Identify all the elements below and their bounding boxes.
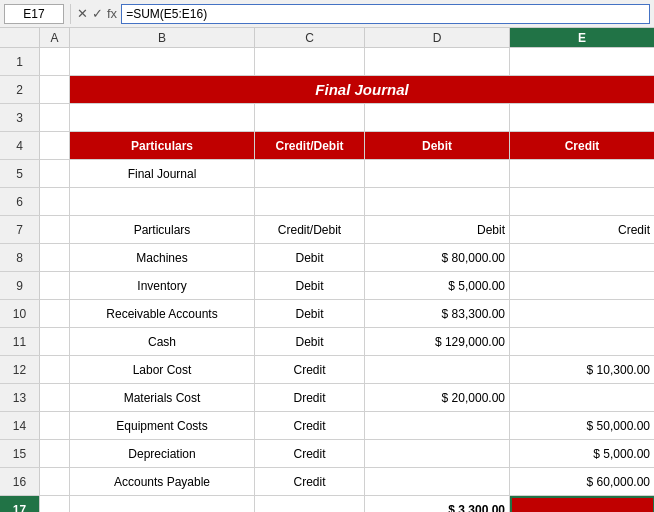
cell-e10[interactable] (510, 300, 654, 327)
cell-a9[interactable] (40, 272, 70, 299)
cell-c14[interactable]: Credit (255, 412, 365, 439)
formula-divider (70, 4, 71, 24)
cell-d17-total[interactable]: $ 3,300.00 (365, 496, 510, 512)
fx-icon[interactable]: fx (107, 6, 117, 21)
cell-a13[interactable] (40, 384, 70, 411)
cell-c8[interactable]: Debit (255, 244, 365, 271)
cell-d6[interactable] (365, 188, 510, 215)
col-header-e[interactable]: E (510, 28, 654, 47)
formula-input[interactable]: =SUM(E5:E16) (121, 4, 650, 24)
cell-b6[interactable] (70, 188, 255, 215)
cell-c9[interactable]: Debit (255, 272, 365, 299)
row-number: 7 (0, 216, 40, 243)
cell-e15[interactable]: $ 5,000.00 (510, 440, 654, 467)
table-row: 11 Cash Debit $ 129,000.00 (0, 328, 654, 356)
cell-reference-box[interactable]: E17 (4, 4, 64, 24)
cell-a8[interactable] (40, 244, 70, 271)
cell-a6[interactable] (40, 188, 70, 215)
cell-a12[interactable] (40, 356, 70, 383)
cell-a4[interactable] (40, 132, 70, 159)
row-number: 15 (0, 440, 40, 467)
cell-d13[interactable]: $ 20,000.00 (365, 384, 510, 411)
col-header-b[interactable]: B (70, 28, 255, 47)
cell-e1[interactable] (510, 48, 654, 75)
cell-c3[interactable] (255, 104, 365, 131)
cell-d5[interactable] (365, 160, 510, 187)
cell-b7[interactable]: Particulars (70, 216, 255, 243)
col-header-a[interactable]: A (40, 28, 70, 47)
cell-d12[interactable] (365, 356, 510, 383)
cell-c1[interactable] (255, 48, 365, 75)
cell-e7[interactable]: Credit (510, 216, 654, 243)
cancel-icon[interactable]: ✕ (77, 6, 88, 21)
cell-a17[interactable] (40, 496, 70, 512)
cell-a16[interactable] (40, 468, 70, 495)
cell-d10[interactable]: $ 83,300.00 (365, 300, 510, 327)
row-number: 2 (0, 76, 40, 103)
cell-a14[interactable] (40, 412, 70, 439)
col-header-c[interactable]: C (255, 28, 365, 47)
cell-b11[interactable]: Cash (70, 328, 255, 355)
table-row: 8 Machines Debit $ 80,000.00 (0, 244, 654, 272)
cell-e14[interactable]: $ 50,000.00 (510, 412, 654, 439)
row-number: 10 (0, 300, 40, 327)
cell-a7[interactable] (40, 216, 70, 243)
cell-b3[interactable] (70, 104, 255, 131)
cell-b10[interactable]: Receivable Accounts (70, 300, 255, 327)
cell-b17[interactable] (70, 496, 255, 512)
cell-a10[interactable] (40, 300, 70, 327)
cell-d11[interactable]: $ 129,000.00 (365, 328, 510, 355)
cell-c12[interactable]: Credit (255, 356, 365, 383)
cell-d7[interactable]: Debit (365, 216, 510, 243)
cell-d3[interactable] (365, 104, 510, 131)
cell-e8[interactable] (510, 244, 654, 271)
confirm-icon[interactable]: ✓ (92, 6, 103, 21)
col-header-d[interactable]: D (365, 28, 510, 47)
cell-b1[interactable] (70, 48, 255, 75)
cell-b15[interactable]: Depreciation (70, 440, 255, 467)
cell-c6[interactable] (255, 188, 365, 215)
cell-e17-total[interactable] (510, 496, 654, 512)
cell-e3[interactable] (510, 104, 654, 131)
cell-d9[interactable]: $ 5,000.00 (365, 272, 510, 299)
cell-c15[interactable]: Credit (255, 440, 365, 467)
cell-e13[interactable] (510, 384, 654, 411)
cell-e11[interactable] (510, 328, 654, 355)
cell-b12[interactable]: Labor Cost (70, 356, 255, 383)
cell-c13[interactable]: Dredit (255, 384, 365, 411)
cell-c16[interactable]: Credit (255, 468, 365, 495)
table-row: 12 Labor Cost Credit $ 10,300.00 (0, 356, 654, 384)
cell-a5[interactable] (40, 160, 70, 187)
cell-b16[interactable]: Accounts Payable (70, 468, 255, 495)
cell-e9[interactable] (510, 272, 654, 299)
cell-e5[interactable] (510, 160, 654, 187)
cell-c17[interactable] (255, 496, 365, 512)
cell-d15[interactable] (365, 440, 510, 467)
cell-b13[interactable]: Materials Cost (70, 384, 255, 411)
title-cell[interactable]: Final Journal (70, 76, 654, 103)
cell-d14[interactable] (365, 412, 510, 439)
cell-c11[interactable]: Debit (255, 328, 365, 355)
cell-a3[interactable] (40, 104, 70, 131)
cell-a11[interactable] (40, 328, 70, 355)
cell-particulars-header: Particulars (70, 132, 255, 159)
table-row: 3 (0, 104, 654, 132)
cell-b5[interactable]: Final Journal (70, 160, 255, 187)
cell-d1[interactable] (365, 48, 510, 75)
cell-a1[interactable] (40, 48, 70, 75)
cell-e6[interactable] (510, 188, 654, 215)
cell-c10[interactable]: Debit (255, 300, 365, 327)
cell-d8[interactable]: $ 80,000.00 (365, 244, 510, 271)
cell-b8[interactable]: Machines (70, 244, 255, 271)
table-row: 5 Final Journal (0, 160, 654, 188)
cell-d16[interactable] (365, 468, 510, 495)
cell-b14[interactable]: Equipment Costs (70, 412, 255, 439)
cell-a2[interactable] (40, 76, 70, 103)
cell-e12[interactable]: $ 10,300.00 (510, 356, 654, 383)
cell-c7[interactable]: Credit/Debit (255, 216, 365, 243)
cell-b9[interactable]: Inventory (70, 272, 255, 299)
cell-c5[interactable] (255, 160, 365, 187)
cell-a15[interactable] (40, 440, 70, 467)
table-row: 4 Particulars Credit/Debit Debit Credit (0, 132, 654, 160)
cell-e16[interactable]: $ 60,000.00 (510, 468, 654, 495)
